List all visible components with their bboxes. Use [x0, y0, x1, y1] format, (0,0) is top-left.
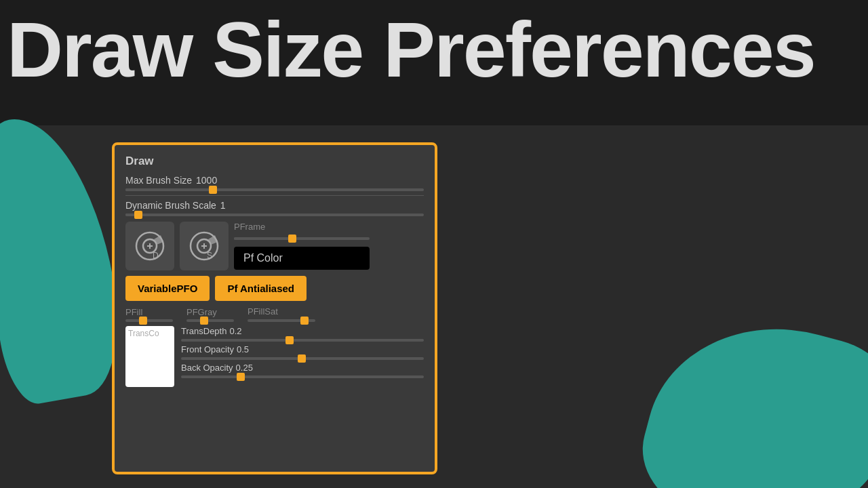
svg-text:D: D — [153, 251, 159, 260]
pframe-area: PFrame Pf Color — [234, 222, 424, 270]
brush-size-icon-button[interactable]: S — [180, 222, 229, 270]
back-opacity-label: Back Opacity — [181, 363, 233, 373]
pfgray-item: PFGray — [186, 307, 234, 322]
trans-color-swatch[interactable]: TransCo — [125, 326, 174, 387]
pfgray-slider[interactable] — [186, 319, 234, 322]
front-opacity-label: Front Opacity — [181, 344, 234, 354]
pfillsat-slider[interactable] — [248, 319, 315, 322]
trans-params-area: TransDepth 0.2 Front Opacity 0.5 — [181, 326, 424, 387]
pfill-label: PFill — [125, 307, 173, 317]
draw-preferences-panel: Draw Max Brush Size 1000 Dynamic Brush S… — [112, 142, 437, 474]
brush-draw-icon-button[interactable]: D — [125, 222, 174, 270]
pfillsat-label: PFillSat — [248, 306, 315, 317]
max-brush-size-value: 1000 — [196, 175, 217, 186]
dynamic-brush-scale-row: Dynamic Brush Scale 1 — [125, 200, 424, 216]
back-opacity-row: Back Opacity 0.25 — [181, 363, 424, 378]
icon-buttons-area: D S — [125, 222, 424, 270]
dynamic-brush-scale-label: Dynamic Brush Scale — [125, 200, 216, 211]
trans-depth-slider[interactable] — [181, 339, 424, 342]
max-brush-size-slider[interactable] — [125, 188, 424, 191]
pfill-row: PFill PFGray PFillSat — [125, 306, 424, 322]
pfillsat-item: PFillSat — [248, 306, 315, 322]
orange-buttons-row: VariablePFO Pf Antialiased — [125, 276, 424, 301]
pf-color-label: Pf Color — [243, 252, 283, 264]
trans-depth-row: TransDepth 0.2 — [181, 326, 424, 342]
pframe-slider[interactable] — [234, 237, 370, 240]
front-opacity-row: Front Opacity 0.5 — [181, 344, 424, 360]
dynamic-brush-scale-slider[interactable] — [125, 214, 424, 216]
back-opacity-value: 0.25 — [236, 363, 253, 373]
front-opacity-value: 0.5 — [237, 344, 249, 354]
trans-depth-value: 0.2 — [229, 326, 241, 336]
section-title: Draw — [125, 155, 424, 168]
pf-color-display[interactable]: Pf Color — [234, 247, 370, 270]
max-brush-size-row: Max Brush Size 1000 — [125, 175, 424, 191]
front-opacity-slider[interactable] — [181, 357, 424, 360]
dynamic-brush-scale-value: 1 — [220, 200, 226, 211]
svg-text:S: S — [207, 251, 212, 260]
pfgray-label: PFGray — [186, 307, 234, 317]
trans-color-label: TransCo — [128, 329, 159, 338]
pframe-label: PFrame — [234, 222, 424, 232]
pfill-item: PFill — [125, 307, 173, 322]
max-brush-size-label: Max Brush Size — [125, 175, 192, 186]
variable-pfo-button[interactable]: VariablePFO — [125, 276, 210, 301]
trans-depth-label: TransDepth — [181, 326, 226, 336]
page-title: Draw Size Preferences — [7, 7, 868, 93]
back-opacity-slider[interactable] — [181, 375, 424, 378]
trans-row: TransCo TransDepth 0.2 Front Opacity — [125, 326, 424, 387]
pfill-slider[interactable] — [125, 319, 173, 322]
divider-1 — [125, 195, 424, 196]
pf-antialiased-button[interactable]: Pf Antialiased — [215, 276, 307, 301]
